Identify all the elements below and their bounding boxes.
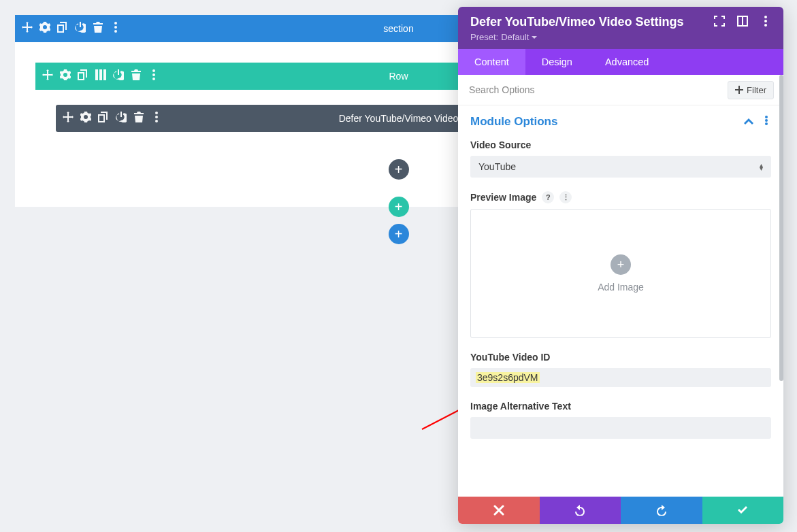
- field-options-icon[interactable]: ⋮: [559, 191, 572, 203]
- input-youtube-id[interactable]: 3e9s2s6pdVM: [470, 368, 771, 387]
- move-icon[interactable]: [63, 112, 74, 125]
- duplicate-icon[interactable]: [98, 112, 109, 125]
- image-upload-area[interactable]: + Add Image: [470, 209, 771, 338]
- preset-prefix: Preset:: [470, 32, 498, 42]
- field-alt-text: Image Alternative Text: [470, 401, 771, 439]
- more-icon[interactable]: [760, 16, 771, 29]
- youtube-id-value: 3e9s2s6pdVM: [476, 372, 540, 383]
- move-icon[interactable]: [22, 22, 33, 35]
- svg-point-12: [764, 20, 767, 22]
- redo-button[interactable]: [621, 497, 702, 524]
- select-caret-icon: ▴▾: [760, 163, 763, 170]
- svg-point-7: [155, 116, 158, 118]
- chevron-down-icon: [532, 35, 537, 40]
- power-icon[interactable]: [113, 69, 124, 83]
- scrollbar[interactable]: [779, 75, 783, 381]
- row-tools: [35, 69, 166, 83]
- panel-header: Defer YouTube/Vimeo Video Settings Prese…: [458, 7, 783, 49]
- undo-button[interactable]: [540, 497, 621, 524]
- add-section-fab[interactable]: +: [389, 224, 409, 244]
- svg-point-13: [764, 24, 767, 27]
- preset-value: Default: [501, 32, 529, 42]
- row-label: Row: [389, 71, 408, 82]
- field-preview-image: Preview Image ? ⋮ + Add Image: [470, 191, 771, 338]
- module-label: Defer YouTube/Vimeo Video: [339, 113, 459, 124]
- svg-point-11: [764, 16, 767, 18]
- group-title: Module Options: [470, 115, 557, 129]
- snap-icon[interactable]: [737, 16, 748, 29]
- help-icon[interactable]: ?: [542, 191, 554, 203]
- svg-point-1: [114, 26, 117, 29]
- add-module-fab[interactable]: +: [389, 159, 409, 180]
- svg-point-2: [114, 30, 117, 33]
- collapse-icon[interactable]: [744, 116, 753, 128]
- svg-point-6: [155, 112, 158, 114]
- preset-selector[interactable]: Preset: Default: [470, 32, 771, 42]
- add-row-fab[interactable]: +: [389, 197, 409, 217]
- duplicate-icon[interactable]: [78, 69, 88, 83]
- panel-title: Defer YouTube/Vimeo Video Settings: [470, 15, 683, 29]
- columns-icon[interactable]: [95, 69, 106, 83]
- gear-icon[interactable]: [39, 22, 50, 35]
- duplicate-icon[interactable]: [57, 22, 68, 35]
- power-icon[interactable]: [116, 112, 127, 125]
- tab-advanced[interactable]: Advanced: [589, 49, 666, 75]
- gear-icon[interactable]: [80, 112, 91, 125]
- group-header: Module Options: [470, 115, 771, 129]
- add-image-label: Add Image: [598, 282, 644, 293]
- field-label-video-source: Video Source: [470, 139, 771, 150]
- field-youtube-id: YouTube Video ID 3e9s2s6pdVM: [470, 352, 771, 387]
- filter-label: Filter: [747, 85, 766, 95]
- more-icon[interactable]: [762, 116, 771, 128]
- trash-icon[interactable]: [131, 69, 142, 83]
- plus-icon: [735, 86, 743, 94]
- select-video-source[interactable]: YouTube ▴▾: [470, 156, 771, 178]
- field-label-alt-text: Image Alternative Text: [470, 401, 771, 412]
- more-icon[interactable]: [110, 22, 121, 35]
- select-value: YouTube: [478, 161, 516, 172]
- svg-point-16: [765, 122, 768, 125]
- tab-content[interactable]: Content: [458, 49, 525, 75]
- input-alt-text[interactable]: [470, 417, 771, 439]
- move-icon[interactable]: [42, 69, 53, 83]
- settings-panel: Defer YouTube/Vimeo Video Settings Prese…: [458, 7, 783, 524]
- power-icon[interactable]: [75, 22, 86, 35]
- filter-button[interactable]: Filter: [728, 81, 774, 99]
- section-tools: [15, 22, 128, 35]
- panel-body: Filter Module Options Video Source YouTu…: [458, 75, 783, 497]
- svg-point-3: [152, 69, 155, 72]
- field-label-youtube-id: YouTube Video ID: [470, 352, 771, 363]
- search-row: Filter: [458, 75, 783, 105]
- trash-icon[interactable]: [93, 22, 103, 35]
- add-fab-stack: + +: [389, 197, 409, 244]
- svg-point-15: [765, 119, 768, 122]
- module-tools: [56, 112, 169, 125]
- save-button[interactable]: [702, 497, 784, 524]
- search-input[interactable]: [468, 80, 721, 99]
- more-icon[interactable]: [151, 112, 162, 125]
- gear-icon[interactable]: [60, 69, 71, 83]
- cancel-button[interactable]: [458, 497, 540, 524]
- field-video-source: Video Source YouTube ▴▾: [470, 139, 771, 178]
- more-icon[interactable]: [148, 69, 159, 83]
- trash-icon[interactable]: [133, 112, 144, 125]
- field-label-preview-image: Preview Image: [470, 192, 536, 203]
- tab-design[interactable]: Design: [525, 49, 589, 75]
- svg-point-8: [155, 120, 158, 122]
- svg-point-4: [152, 73, 155, 76]
- expand-icon[interactable]: [714, 16, 725, 29]
- panel-footer: [458, 497, 783, 524]
- add-image-icon: +: [611, 254, 631, 275]
- svg-point-14: [765, 116, 768, 118]
- svg-point-0: [114, 22, 117, 24]
- tabs: Content Design Advanced: [458, 49, 783, 75]
- section-label: section: [383, 23, 413, 34]
- svg-point-5: [152, 78, 155, 80]
